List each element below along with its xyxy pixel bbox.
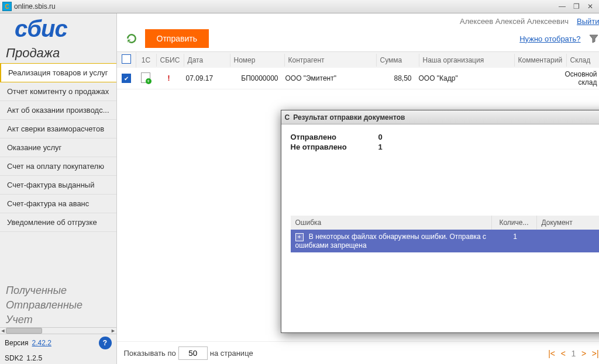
col-contr[interactable]: Контрагент: [285, 54, 377, 67]
sidebar-item-factura[interactable]: Счет-фактура выданный: [0, 176, 116, 195]
col-1c[interactable]: 1С: [136, 54, 157, 67]
pager-first[interactable]: |<: [546, 349, 557, 358]
sidebar-menu: Реализация товаров и услуг Отчет комитен…: [0, 63, 116, 232]
error-text: В некоторых файлах обнаружены ошибки. От…: [295, 233, 487, 249]
sidebar-item-invoice[interactable]: Счет на оплату покупателю: [0, 157, 116, 176]
pager-next[interactable]: >: [580, 349, 588, 358]
sdk-row: SDK2 1.2.5: [0, 352, 116, 364]
new-doc-icon: [141, 72, 150, 83]
sidebar: сбис Продажа Реализация товаров и услуг …: [0, 13, 117, 364]
footer-on-page: на странице: [210, 349, 253, 358]
section-title: Продажа: [0, 42, 116, 63]
app-icon: С: [2, 2, 12, 11]
logout-link[interactable]: Выйти: [577, 17, 599, 26]
sidebar-item-report[interactable]: Отчет комитенту о продажах: [0, 82, 116, 101]
minimize-button[interactable]: —: [556, 2, 569, 11]
col-num[interactable]: Номер: [230, 54, 285, 67]
sidebar-item-services[interactable]: Оказание услуг: [0, 138, 116, 157]
sidebar-item-act-prod[interactable]: Акт об оказании производс...: [0, 101, 116, 120]
sidebar-section-sent[interactable]: Отправленные: [0, 298, 116, 313]
dialog-title: Результат отправки документов: [293, 113, 405, 122]
cell-org: ООО "Кадр": [415, 72, 510, 85]
version-link[interactable]: 2.42.2: [32, 339, 51, 347]
error-row[interactable]: + В некоторых файлах обнаружены ошибки. …: [291, 230, 600, 252]
send-result-dialog: С Результат отправки документов — ☐ ✕ От…: [281, 110, 600, 333]
col-org[interactable]: Наша организация: [419, 54, 515, 67]
version-row: Версия 2.42.2 ?: [0, 334, 116, 352]
unsent-value: 1: [378, 143, 402, 151]
sidebar-section-received[interactable]: Полученные: [0, 283, 116, 298]
sidebar-item-factura-advance[interactable]: Счет-фактура на аванс: [0, 195, 116, 213]
errcol-count[interactable]: Количе...: [492, 216, 537, 230]
expand-icon[interactable]: +: [295, 233, 304, 241]
error-doc: [538, 230, 600, 252]
cell-date: 07.09.17: [183, 72, 228, 85]
pager-current: 1: [569, 349, 577, 358]
version-label: Версия: [5, 339, 29, 347]
unsent-label: Не отправлено: [291, 143, 378, 151]
error-count: 1: [493, 230, 538, 252]
row-checkbox[interactable]: [122, 74, 131, 83]
sidebar-hscroll[interactable]: ◄►: [0, 327, 116, 334]
page-size-input[interactable]: [178, 346, 208, 360]
cell-sum: 88,50: [373, 72, 415, 85]
dialog-titlebar[interactable]: С Результат отправки документов — ☐ ✕: [281, 110, 600, 124]
cell-comm: [510, 76, 562, 81]
sidebar-item-realization[interactable]: Реализация товаров и услуг: [0, 63, 116, 82]
filter-icon[interactable]: [588, 33, 599, 44]
cell-contr: ООО "Эмитент": [282, 72, 373, 85]
errors-table: Ошибка Количе... Документ + В некоторых …: [291, 216, 600, 252]
cell-num: БП0000000: [228, 72, 282, 85]
select-all-checkbox[interactable]: [122, 54, 131, 64]
col-sbis[interactable]: СБИС: [157, 54, 184, 67]
user-bar: Алексеев Алексей Алексеевич Выйти: [117, 13, 600, 26]
filter-hint-link[interactable]: Нужно отобрать?: [519, 34, 580, 43]
sidebar-section-accounting[interactable]: Учет: [0, 313, 116, 327]
sent-value: 0: [378, 133, 402, 141]
col-sum[interactable]: Сумма: [377, 54, 419, 67]
logo: сбис: [0, 13, 116, 42]
app-icon: С: [285, 113, 290, 122]
sent-label: Отправлено: [291, 133, 378, 141]
pager-last[interactable]: >|: [590, 349, 599, 358]
window-title: online.sbis.ru: [14, 2, 56, 11]
sidebar-item-act-rec[interactable]: Акт сверки взаиморасчетов: [0, 120, 116, 138]
col-date[interactable]: Дата: [184, 54, 230, 67]
sdk-label: SDK2: [5, 354, 23, 362]
table-row[interactable]: ! 07.09.17 БП0000000 ООО "Эмитент" 88,50…: [117, 68, 600, 89]
footer-show-label: Показывать по: [124, 349, 176, 358]
refresh-icon[interactable]: [125, 32, 138, 45]
dialog-body: Отправлено 0 Не отправлено 1 Ошибка Коли…: [281, 124, 600, 259]
footer: Показывать по на странице |< < 1 > >|: [117, 341, 600, 364]
window-titlebar: С online.sbis.ru — ❐ ✕: [0, 0, 599, 13]
user-name: Алексеев Алексей Алексеевич: [460, 17, 569, 26]
close-button[interactable]: ✕: [584, 2, 597, 11]
sidebar-item-shipment[interactable]: Уведомление об отгрузке: [0, 213, 116, 232]
errcol-error[interactable]: Ошибка: [291, 216, 492, 230]
col-wh[interactable]: Склад: [567, 54, 600, 67]
help-icon[interactable]: ?: [99, 337, 112, 349]
pager-prev[interactable]: <: [559, 349, 567, 358]
send-button[interactable]: Отправить: [145, 29, 209, 48]
pager: |< < 1 > >|: [546, 349, 599, 358]
errcol-doc[interactable]: Документ: [537, 216, 600, 230]
toolbar: Отправить Нужно отобрать?: [117, 26, 600, 51]
cell-wh: Основной склад: [562, 68, 600, 89]
documents-table: 1С СБИС Дата Номер Контрагент Сумма Наша…: [117, 51, 600, 89]
col-comm[interactable]: Комментарий: [515, 54, 567, 67]
table-header: 1С СБИС Дата Номер Контрагент Сумма Наша…: [117, 52, 600, 68]
main-area: Алексеев Алексей Алексеевич Выйти Отправ…: [117, 13, 600, 364]
maximize-button[interactable]: ❐: [570, 2, 583, 11]
alert-icon: !: [156, 72, 183, 85]
sdk-value: 1.2.5: [26, 354, 42, 362]
